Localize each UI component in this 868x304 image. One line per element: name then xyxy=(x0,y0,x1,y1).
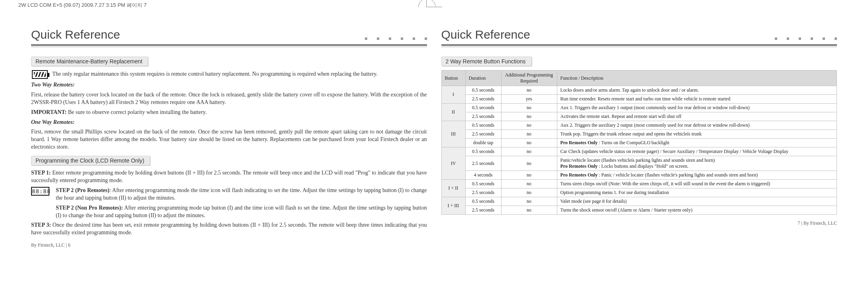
function-cell: Activates the remote start. Repeat and r… xyxy=(557,112,837,121)
clock-icon: 88:88 xyxy=(31,187,49,196)
function-cell: Run time extender. Resets remote start a… xyxy=(557,95,837,104)
footer-left: By Firstech, LLC | 6 xyxy=(31,242,427,248)
duration-cell: 2.5 seconds xyxy=(465,130,501,139)
th-function: Function / Description xyxy=(557,71,837,86)
button-cell: III xyxy=(441,121,465,147)
button-cell: I xyxy=(441,86,465,104)
crop-mark-icon xyxy=(426,0,442,7)
programming-cell: no xyxy=(501,171,557,180)
function-cell: Aux 1. Triggers the auxiliary 1 output (… xyxy=(557,104,837,112)
programming-cell: no xyxy=(501,180,557,188)
button-cell: II xyxy=(441,104,465,121)
button-cell: IV xyxy=(441,147,465,180)
programming-cell: no xyxy=(501,197,557,206)
duration-cell: 0.5 seconds xyxy=(465,86,501,95)
programming-cell: no xyxy=(501,139,557,147)
button-functions-table: Button Duration Additional Programming R… xyxy=(441,70,837,215)
function-cell: Car Check (updates vehicle status on rem… xyxy=(557,147,837,156)
maintenance-intro: The only regular maintenance this system… xyxy=(52,71,378,77)
one-way-text: First, remove the small Phillips screw l… xyxy=(31,128,427,151)
programming-cell: no xyxy=(501,188,557,197)
duration-cell: 4 seconds xyxy=(465,171,501,180)
two-way-text: First, release the battery cover lock lo… xyxy=(31,91,427,106)
table-row: I + III0.5 secondsnoValet mode (see page… xyxy=(441,197,837,206)
programming-cell: no xyxy=(501,112,557,121)
step2a-label: STEP 2 (Pro Remotes) xyxy=(56,187,110,193)
step3-label: STEP 3: xyxy=(31,222,51,228)
title-rule xyxy=(31,44,427,48)
important-label: IMPORTANT: xyxy=(31,109,67,115)
table-row: 2.5 secondsnoTurns the shock sensor on/o… xyxy=(441,206,837,215)
table-header-row: Button Duration Additional Programming R… xyxy=(441,71,837,86)
rule-dots-icon xyxy=(775,37,837,41)
function-cell: Turns siren chirps on/off (Note: With th… xyxy=(557,180,837,188)
duration-cell: 0.5 seconds xyxy=(465,147,501,156)
step1-text: Enter remote programming mode by holding… xyxy=(31,170,427,183)
subhead-functions: 2 Way Remote Button Functions xyxy=(441,57,532,66)
duration-cell: 2.5 seconds xyxy=(465,156,501,171)
programming-cell: yes xyxy=(501,95,557,104)
table-row: double tapnoPro Remotes Only : Turns on … xyxy=(441,139,837,147)
table-row: I0.5 secondsnoLocks doors and/or arms al… xyxy=(441,86,837,95)
programming-cell: no xyxy=(501,130,557,139)
function-cell: Option programming menu 1. For use durin… xyxy=(557,188,837,197)
battery-icon xyxy=(32,70,48,79)
function-cell: Valet mode (see page 8 for details) xyxy=(557,197,837,206)
function-cell: Pro Remotes Only : Turns on the CompuGLO… xyxy=(557,139,837,147)
duration-cell: 2.5 seconds xyxy=(465,188,501,197)
table-row: IV0.5 secondsnoCar Check (updates vehicl… xyxy=(441,147,837,156)
th-duration: Duration xyxy=(465,71,501,86)
th-button: Button xyxy=(441,71,465,86)
important-text: Be sure to observe correct polarity when… xyxy=(67,109,207,115)
function-cell: Panic/vehicle locater (flashes vehicleís… xyxy=(557,156,837,171)
function-cell: Locks doors and/or arms alarm. Tap again… xyxy=(557,86,837,95)
programming-cell: no xyxy=(501,104,557,112)
table-row: 2.5 secondsnoPanic/vehicle locater (flas… xyxy=(441,156,837,171)
table-row: 2.5 secondsyesRun time extender. Resets … xyxy=(441,95,837,104)
duration-cell: 0.5 seconds xyxy=(465,180,501,188)
footer-right: 7 | By Firstech, LLC xyxy=(441,220,837,226)
step2a-text: : After entering programming mode the ti… xyxy=(56,187,427,201)
duration-cell: double tap xyxy=(465,139,501,147)
table-row: 2.5 secondsnoOption programming menu 1. … xyxy=(441,188,837,197)
duration-cell: 2.5 seconds xyxy=(465,95,501,104)
duration-cell: 0.5 seconds xyxy=(465,197,501,206)
programming-cell: no xyxy=(501,86,557,95)
subhead-clock: Programming the Clock (LCD Remote Only) xyxy=(31,156,150,165)
programming-cell: no xyxy=(501,121,557,130)
table-row: III0.5 secondsnoAux 2. Triggers the auxi… xyxy=(441,121,837,130)
page-right: Quick Reference 2 Way Remote Button Func… xyxy=(434,28,844,248)
table-row: II0.5 secondsnoAux 1. Triggers the auxil… xyxy=(441,104,837,112)
function-cell: Turns the shock sensor on/off (Alarm or … xyxy=(557,206,837,215)
function-cell: Aux 2. Triggers the auxiliary 2 output (… xyxy=(557,121,837,130)
table-row: 2.5 secondsnoActivates the remote start.… xyxy=(441,112,837,121)
programming-cell: no xyxy=(501,206,557,215)
programming-cell: no xyxy=(501,147,557,156)
function-cell: Pro Remotes Only : Panic / vehicle locat… xyxy=(557,171,837,180)
th-programming: Additional Programming Required xyxy=(501,71,557,86)
step1-label: STEP 1: xyxy=(31,170,51,176)
job-line: 2W LCD COM E+5 (09.07) 2009.7.27 3:15 PM… xyxy=(18,2,147,9)
button-cell: I + III xyxy=(441,197,465,215)
table-row: 4 secondsnoPro Remotes Only : Panic / ve… xyxy=(441,171,837,180)
programming-cell: no xyxy=(501,156,557,171)
button-cell: I + II xyxy=(441,180,465,197)
page-left: Quick Reference Remote Maintenance-Batte… xyxy=(24,28,434,248)
step3-text: Once the desired time has been set, exit… xyxy=(31,222,427,235)
two-way-heading: Two Way Remotes: xyxy=(31,82,74,88)
one-way-heading: One Way Remotes: xyxy=(31,119,74,125)
step2b-label: STEP 2 (Non Pro Remotes): xyxy=(56,205,123,211)
duration-cell: 0.5 seconds xyxy=(465,104,501,112)
duration-cell: 2.5 seconds xyxy=(465,112,501,121)
function-cell: Trunk pop. Triggers the trunk release ou… xyxy=(557,130,837,139)
rule-dots-icon xyxy=(365,37,427,41)
duration-cell: 2.5 seconds xyxy=(465,206,501,215)
table-row: 2.5 secondsnoTrunk pop. Triggers the tru… xyxy=(441,130,837,139)
title-rule xyxy=(441,44,837,48)
subhead-maintenance: Remote Maintenance-Battery Replacement xyxy=(31,57,148,66)
table-row: I + II0.5 secondsnoTurns siren chirps on… xyxy=(441,180,837,188)
duration-cell: 0.5 seconds xyxy=(465,121,501,130)
